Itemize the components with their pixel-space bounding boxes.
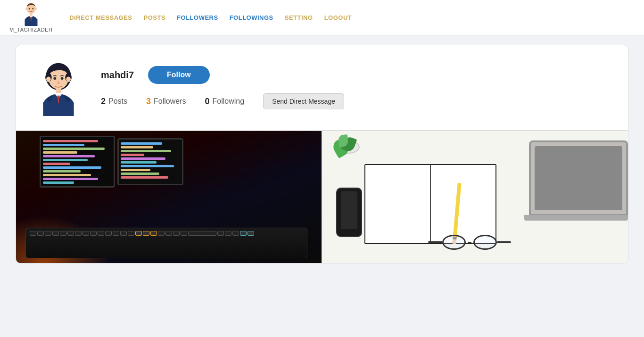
- svg-point-2: [34, 8, 37, 10]
- followers-label: Followers: [154, 97, 186, 106]
- profile-username: mahdi7: [101, 70, 134, 81]
- followers-count: 3: [146, 97, 151, 107]
- svg-rect-14: [56, 88, 61, 93]
- following-count: 0: [205, 97, 210, 107]
- profile-header: mahdi7 Follow 2 Posts 3 Followers 0 Foll…: [16, 45, 628, 131]
- send-direct-message-button[interactable]: Send Direct Message: [263, 93, 344, 109]
- posts-label: Posts: [108, 97, 127, 106]
- post-item[interactable]: [16, 131, 322, 263]
- svg-point-3: [28, 8, 30, 9]
- profile-info: mahdi7 Follow 2 Posts 3 Followers 0 Foll…: [101, 66, 344, 109]
- post-item[interactable]: [322, 131, 628, 263]
- profile-avatar-icon: [35, 59, 82, 116]
- svg-rect-5: [30, 13, 33, 16]
- posts-grid: [16, 131, 628, 263]
- profile-top-row: mahdi7 Follow: [101, 66, 344, 84]
- svg-point-10: [46, 76, 51, 82]
- posts-count: 2: [101, 97, 106, 107]
- nav-logo-area: M_TAGHIZADEH: [9, 2, 52, 33]
- nav-link-logout[interactable]: LOGOUT: [324, 14, 352, 21]
- profile-card: mahdi7 Follow 2 Posts 3 Followers 0 Foll…: [16, 45, 628, 263]
- svg-point-13: [61, 77, 64, 80]
- nav-link-direct-messages[interactable]: DIRECT MESSAGES: [69, 14, 132, 21]
- nav-avatar-icon: [21, 2, 41, 26]
- svg-point-11: [66, 76, 71, 82]
- main-content: mahdi7 Follow 2 Posts 3 Followers 0 Foll…: [0, 35, 644, 273]
- nav-link-setting[interactable]: SETTING: [285, 14, 313, 21]
- svg-point-12: [53, 77, 56, 80]
- follow-button[interactable]: Follow: [148, 66, 210, 84]
- following-stat: 0 Following: [205, 97, 245, 107]
- following-label: Following: [213, 97, 245, 106]
- svg-point-4: [32, 8, 33, 9]
- followers-stat: 3 Followers: [146, 97, 186, 107]
- nav-link-posts[interactable]: POSTS: [144, 14, 166, 21]
- posts-stat: 2 Posts: [101, 97, 127, 107]
- profile-stats: 2 Posts 3 Followers 0 Following Send Dir…: [101, 93, 344, 109]
- svg-point-1: [25, 8, 28, 10]
- nav-link-followers[interactable]: FOLLOWERS: [177, 14, 218, 21]
- navbar: M_TAGHIZADEH DIRECT MESSAGES POSTS FOLLO…: [0, 0, 644, 35]
- nav-link-followings[interactable]: FOLLOWINGS: [230, 14, 273, 21]
- nav-links: DIRECT MESSAGES POSTS FOLLOWERS FOLLOWIN…: [69, 14, 352, 21]
- nav-username: M_TAGHIZADEH: [9, 27, 52, 33]
